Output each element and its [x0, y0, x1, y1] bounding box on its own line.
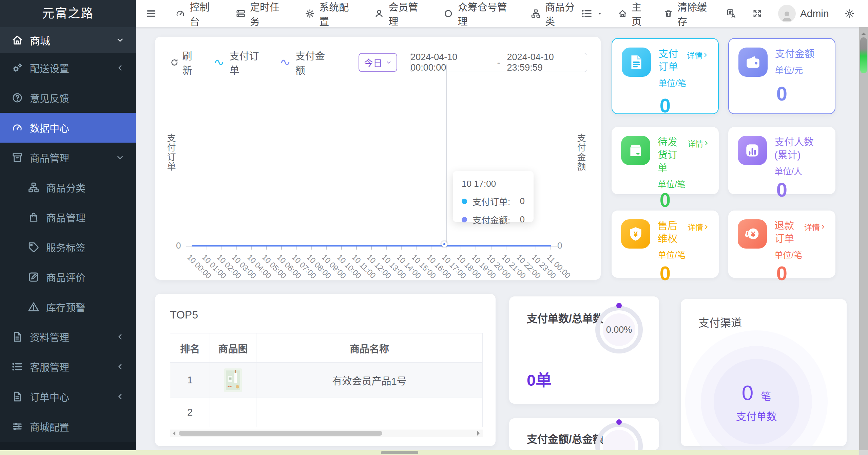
translate-icon[interactable] — [726, 7, 737, 20]
series-line-zero — [192, 245, 551, 247]
scrollbar-thumb[interactable] — [179, 431, 382, 436]
sidebar-item-label: 商品分类 — [46, 180, 85, 195]
gauge-icon — [175, 8, 185, 19]
stat-card-value: 0 — [738, 82, 825, 105]
date-range-picker[interactable]: 2024-04-10 00:00:00 - 2024-04-10 23:59:5… — [410, 53, 587, 72]
ratio-donut-gauge: 0.00% — [593, 304, 645, 356]
column-header-rank: 排名 — [170, 333, 210, 363]
sidebar-item-label: 意见反馈 — [30, 91, 69, 105]
hamburger-icon[interactable] — [146, 8, 156, 19]
horizontal-scrollbar[interactable] — [0, 450, 868, 455]
sidebar-item-label: 商城配置 — [30, 419, 69, 434]
nav-item-system-config[interactable]: 系统配置 — [305, 0, 355, 28]
sidebar-item-product-categories[interactable]: 商品分类 — [0, 172, 136, 202]
sidebar-item-product-management-group[interactable]: 商品管理 — [0, 143, 136, 172]
sidebar-item-mall[interactable]: 商城 — [0, 27, 136, 53]
gauge-dot-icon — [616, 419, 622, 425]
detail-link[interactable]: 详情 — [804, 219, 826, 233]
stat-card-unit: 单位/笔 — [658, 178, 709, 190]
date-separator: - — [497, 57, 500, 68]
scrollbar-thumb[interactable] — [381, 451, 418, 454]
period-label: 今日 — [364, 56, 382, 69]
sidebar-item-mall-config[interactable]: 商城配置 — [0, 412, 136, 441]
period-select[interactable]: 今日 — [359, 53, 397, 72]
vertical-scrollbar[interactable] — [859, 27, 868, 450]
nav-list-dropdown[interactable] — [581, 8, 602, 19]
stat-card-pay-amount: 支付金额 单位/元 0 — [728, 38, 835, 114]
scrollbar-thumb[interactable] — [860, 37, 867, 73]
chevron-down-icon — [386, 59, 392, 66]
rank-cell: 2 — [170, 398, 210, 427]
stat-card-payers-total: 支付人数(累计) 单位/人 0 — [728, 127, 835, 194]
refresh-button[interactable]: 刷新 — [170, 48, 201, 77]
user-menu[interactable]: Admin — [778, 5, 829, 22]
top5-table: 排名 商品图 商品名称 1 有效会员产品1号 — [170, 333, 483, 427]
nav-item-clear-cache[interactable]: 清除缓存 — [664, 0, 711, 28]
stat-card-unit: 单位/人 — [774, 165, 826, 177]
nav-item-scheduled-tasks[interactable]: 定时任务 — [236, 0, 286, 28]
detail-link[interactable]: 详情 — [688, 219, 709, 233]
nav-item-member-management[interactable]: 会员管理 — [374, 0, 424, 28]
sidebar-item-service-tags[interactable]: 服务标签 — [0, 232, 136, 262]
rank-cell: 1 — [170, 363, 210, 398]
tag-icon — [28, 241, 39, 253]
axis-pointer-line — [446, 65, 447, 246]
sidebar-item-customer-service[interactable]: 客服管理 — [0, 352, 136, 382]
nav-item-console[interactable]: 控制台 — [175, 0, 217, 28]
nav-item-label: 众筹仓号管理 — [458, 0, 512, 28]
settings-gear-icon[interactable] — [845, 8, 854, 19]
pay-count-ratio-card: 支付单数/总单数 0.00% 0单 — [509, 296, 659, 404]
gauge-percent: 0.00% — [593, 304, 645, 356]
sidebar-item-stock-warning[interactable]: 库存预警 — [0, 292, 136, 322]
caret-down-icon — [597, 11, 602, 16]
channel-title: 支付渠道 — [698, 314, 742, 330]
wave-icon — [280, 58, 291, 67]
file-icon — [12, 331, 23, 343]
nav-item-label: 定时任务 — [250, 0, 286, 28]
product-image-cell — [210, 363, 256, 398]
sidebar-footer — [0, 442, 136, 450]
nav-item-crowdfunding-warehouse[interactable]: 众筹仓号管理 — [443, 0, 512, 28]
table-horizontal-scrollbar[interactable] — [170, 430, 483, 437]
stat-card-title: 支付人数(累计) — [774, 136, 826, 162]
avatar — [778, 5, 796, 22]
sidebar-item-product-management[interactable]: 商品管理 — [0, 202, 136, 232]
chart-tooltip: 10 17:00 支付订单: 0 支付金额: 0 — [453, 171, 534, 222]
gauge-title: 支付单数/总单数 — [527, 310, 603, 325]
top-navbar: 控制台 定时任务 系统配置 会员管理 众筹仓号管理 商品分类 — [136, 0, 868, 27]
nav-item-homepage[interactable]: 主页 — [618, 0, 648, 28]
nav-item-label: 系统配置 — [319, 0, 355, 28]
nav-item-product-categories[interactable]: 商品分类 — [531, 0, 581, 28]
scroll-right-arrow-icon[interactable] — [477, 431, 482, 436]
sidebar-item-feedback[interactable]: 意见反馈 — [0, 83, 136, 113]
refresh-icon — [170, 58, 179, 67]
circle-icon — [443, 8, 453, 19]
stat-card-unit: 单位/笔 — [658, 248, 709, 260]
fullscreen-icon[interactable] — [752, 8, 762, 19]
detail-link[interactable]: 详情 — [688, 136, 709, 149]
sidebar-item-delivery-settings[interactable]: 配送设置 — [0, 53, 136, 83]
series-dot-icon — [462, 199, 467, 204]
scrollbar-corner — [859, 450, 868, 455]
detail-link[interactable]: 详情 — [687, 48, 709, 61]
sidebar-item-label: 商品评价 — [46, 270, 85, 284]
sidebar-menu: 配送设置 意见反馈 数据中心 商品管理 商品分类 商品 — [0, 53, 136, 441]
legend-pay-amount[interactable]: 支付金额 — [280, 48, 333, 77]
stat-card-refund-orders: ¥ 退款订单 详情 单位/笔 0 — [728, 211, 835, 278]
sidebar-item-material-management[interactable]: 资料管理 — [0, 322, 136, 352]
chart-header: 刷新 支付订单 支付金额 今日 2024-04-10 00:00:00 - 20… — [155, 37, 601, 77]
y-axis-label-left: 支付订单 — [165, 133, 177, 171]
sidebar-item-product-reviews[interactable]: 商品评价 — [0, 262, 136, 292]
sidebar-item-order-center[interactable]: 订单中心 — [0, 382, 136, 412]
x-axis-labels: 10 00:0010 01:0010 02:0010 03:0010 04:00… — [192, 253, 551, 262]
scroll-left-arrow-icon[interactable] — [171, 431, 175, 436]
legend-pay-orders[interactable]: 支付订单 — [214, 48, 267, 77]
svg-text:¥: ¥ — [634, 230, 638, 238]
metric-value: 0单 — [527, 367, 552, 390]
scroll-up-arrow-icon[interactable] — [861, 30, 866, 35]
wallet-icon — [738, 48, 768, 77]
sidebar-item-label: 客服管理 — [30, 360, 69, 374]
gauge-icon — [12, 122, 23, 133]
sidebar-item-data-center[interactable]: 数据中心 — [0, 113, 136, 143]
invoice-icon — [622, 48, 651, 77]
